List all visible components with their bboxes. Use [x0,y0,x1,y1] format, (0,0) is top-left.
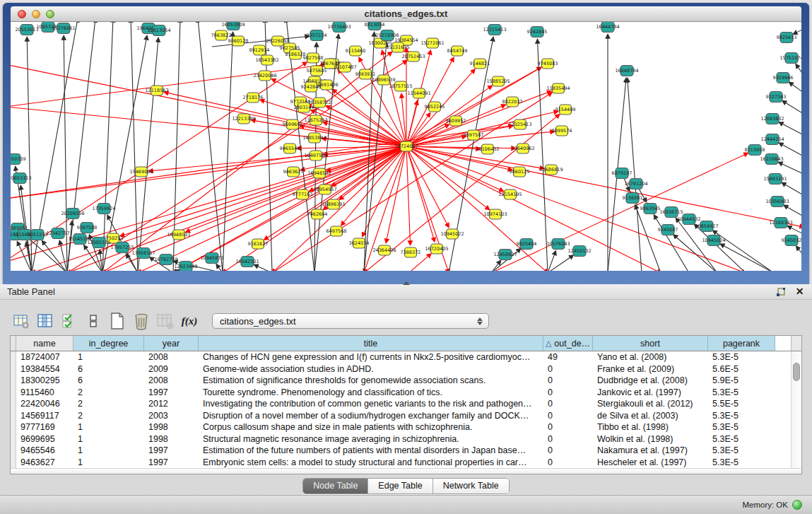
table-cell[interactable]: 5.6E-5 [708,364,775,374]
table-cell[interactable]: 5.3E-5 [708,434,775,444]
table-cell[interactable]: 0 [543,445,593,455]
table-cell[interactable]: 6 [73,375,144,385]
graph-edge[interactable] [782,101,801,114]
network-window-titlebar[interactable]: citations_edges.txt [11,6,801,22]
graph-edge[interactable] [406,146,661,271]
show-columns-button[interactable] [35,311,55,331]
graph-edge[interactable] [32,146,406,271]
table-cell[interactable]: 1 [73,352,144,362]
table-row[interactable]: 946554611997Estimation of the future num… [16,445,791,457]
column-header-short[interactable]: short [593,336,708,351]
table-row[interactable]: 1456911722003Disruption of a novel membe… [16,410,791,422]
split-handle[interactable] [403,281,410,285]
table-cell[interactable]: Dudbridge et al. (2008) [593,375,708,385]
table-cell[interactable]: 2008 [144,352,199,362]
table-row[interactable]: 2242004622012Investigating the contribut… [16,398,791,410]
graph-edge[interactable] [782,182,801,195]
graph-edge[interactable] [173,270,179,271]
row-height-button[interactable] [83,311,103,331]
graph-edge[interactable] [84,245,102,271]
table-cell[interactable]: Corpus callosum shape and size in male p… [199,422,543,432]
graph-edge[interactable] [788,226,801,234]
table-cell[interactable]: 9463627 [16,457,73,467]
table-cell[interactable]: de Silva et al. (2003) [593,411,708,421]
table-row[interactable]: 1830029562008Estimation of significance … [16,375,791,387]
table-cell[interactable]: 49 [543,352,593,362]
graph-edge[interactable] [779,143,801,156]
tab-edge-table[interactable]: Edge Table [368,479,433,493]
table-cell[interactable]: 5.3E-5 [708,352,775,362]
table-cell[interactable]: 0 [543,375,593,385]
table-cell[interactable]: Investigating the contribution of common… [199,399,543,409]
close-panel-button[interactable]: ✕ [794,286,805,297]
table-cell[interactable]: Nakamura et al. (1997) [593,445,708,455]
table-row[interactable]: 969969511998Structural magnetic resonanc… [16,433,791,445]
table-row[interactable]: 1872400712008Changes of HCN gene express… [16,351,791,363]
table-cell[interactable]: Genome-wide association studies in ADHD. [199,364,543,374]
graph-edge[interactable] [138,38,158,271]
table-cell[interactable]: 0 [543,422,593,432]
table-cell[interactable]: 5.9E-5 [708,375,775,385]
import-table-button[interactable] [155,311,175,331]
table-cell[interactable]: Structural magnetic resonance image aver… [199,434,543,444]
table-cell[interactable]: 0 [543,387,593,397]
table-cell[interactable]: 1 [73,457,144,467]
table-cell[interactable]: 9465546 [16,445,73,455]
table-cell[interactable]: 18300295 [16,375,73,385]
tab-network-table[interactable]: Network Table [433,479,509,493]
graph-edge[interactable] [406,146,449,227]
graph-edge[interactable] [11,64,325,107]
table-cell[interactable]: 0 [543,434,593,444]
table-cell[interactable]: Changes of HCN gene expression and I(f) … [199,352,543,362]
table-options-button[interactable] [11,311,31,331]
graph-edge[interactable] [779,122,801,135]
table-cell[interactable]: 2009 [144,364,199,374]
table-row[interactable]: 1938455462009Genome-wide association stu… [16,363,791,375]
table-cell[interactable]: 1998 [144,422,199,432]
table-cell[interactable]: 1 [73,445,144,455]
horizontal-scrollbar[interactable] [11,468,801,474]
tab-node-table[interactable]: Node Table [303,479,368,493]
zoom-window-button[interactable] [46,10,54,18]
graph-edge[interactable] [796,64,801,75]
table-cell[interactable]: 1998 [144,434,199,444]
table-cell[interactable]: Jankovic et al. (1997) [593,387,708,397]
graph-edge[interactable] [223,33,233,271]
graph-edge[interactable] [406,146,801,227]
graph-edge[interactable] [794,29,801,34]
table-cell[interactable]: 5.3E-5 [708,422,775,432]
table-row[interactable]: 977716911998Corpus callosum shape and si… [16,421,791,433]
float-panel-button[interactable] [775,286,786,297]
table-cell[interactable]: 0 [543,399,593,409]
table-cell[interactable]: 1997 [144,387,199,397]
column-header-year[interactable]: year [144,336,199,351]
close-window-button[interactable] [18,10,26,18]
graph-edge[interactable] [386,146,406,243]
table-cell[interactable]: 0 [543,411,593,421]
table-cell[interactable]: 2 [73,387,144,397]
table-cell[interactable]: 1997 [144,457,199,467]
table-cell[interactable]: 1997 [144,445,199,455]
table-cell[interactable]: Stergiakouli et al. (2012) [593,399,708,409]
table-cell[interactable]: 5.5E-5 [708,399,775,409]
table-row[interactable]: 946362711997Embryonic stem cells: a mode… [16,457,791,469]
table-cell[interactable]: Estimation of significance thresholds fo… [199,375,543,385]
table-cell[interactable]: Yano et al. (2008) [593,352,708,362]
delete-columns-button[interactable] [131,311,151,331]
table-cell[interactable]: 5.3E-5 [708,457,775,467]
table-cell[interactable]: 5.3E-5 [708,387,775,397]
table-row[interactable]: 911546021997Tourette syndrome. Phenomeno… [16,387,791,399]
table-selector-dropdown[interactable]: citations_edges.txt [212,313,489,329]
graph-edge[interactable] [789,82,801,93]
graph-edge[interactable] [131,22,138,271]
table-cell[interactable]: 0 [543,457,593,467]
table-cell[interactable]: 2 [73,399,144,409]
function-builder-button[interactable]: f(x) [180,311,199,331]
select-rows-button[interactable] [59,311,79,331]
column-header-in_degree[interactable]: in_degree [73,336,144,351]
table-cell[interactable]: 1 [73,422,144,432]
graph-edge[interactable] [11,64,406,146]
table-cell[interactable]: 2008 [144,375,199,385]
column-header-name[interactable]: name [16,336,73,351]
table-cell[interactable]: Hescheler et al. (1997) [593,457,708,467]
